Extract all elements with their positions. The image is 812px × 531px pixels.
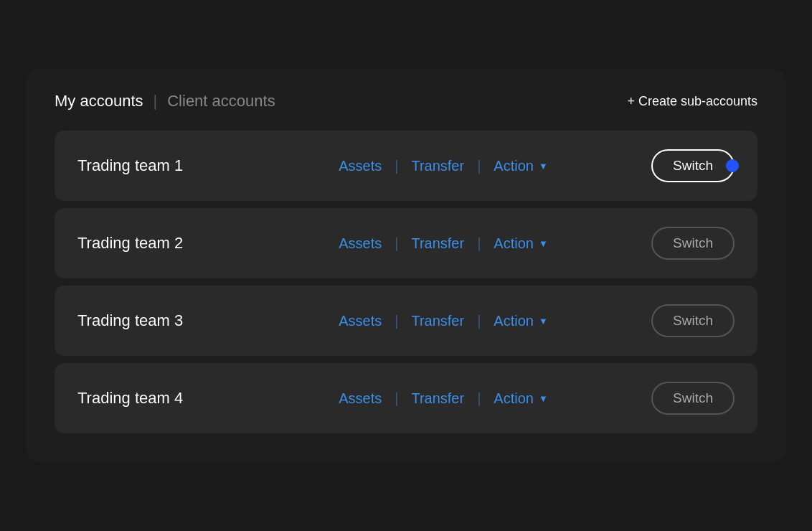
header-nav: My accounts | Client accounts <box>55 92 275 111</box>
nav-divider: | <box>154 92 158 111</box>
separator1-team4: | <box>395 390 398 407</box>
action-arrow-team1: ▼ <box>539 161 548 171</box>
action-arrow-team2: ▼ <box>539 238 548 249</box>
account-name-team4: Trading team 4 <box>77 389 235 408</box>
header: My accounts | Client accounts + Create s… <box>55 92 757 111</box>
action-label-team4: Action <box>494 390 534 407</box>
separator2-team3: | <box>477 313 481 329</box>
assets-link-team2[interactable]: Assets <box>339 235 382 252</box>
account-name-team3: Trading team 3 <box>77 311 235 330</box>
main-container: My accounts | Client accounts + Create s… <box>26 69 786 462</box>
account-row-team3: Trading team 3 Assets | Transfer | Actio… <box>55 286 757 356</box>
separator2-team4: | <box>477 390 481 407</box>
transfer-link-team4[interactable]: Transfer <box>411 390 464 407</box>
switch-wrapper-team3: Switch <box>651 304 735 337</box>
action-dropdown-team4[interactable]: Action ▼ <box>494 390 547 407</box>
separator1-team3: | <box>395 313 398 329</box>
account-row-team4: Trading team 4 Assets | Transfer | Actio… <box>55 363 757 433</box>
separator1-team1: | <box>395 158 398 174</box>
action-label-team2: Action <box>494 235 534 252</box>
account-actions-team2: Assets | Transfer | Action ▼ <box>235 235 651 252</box>
transfer-link-team3[interactable]: Transfer <box>411 313 464 329</box>
my-accounts-tab[interactable]: My accounts <box>55 92 143 111</box>
switch-wrapper-team4: Switch <box>651 382 735 415</box>
accounts-list: Trading team 1 Assets | Transfer | Actio… <box>55 131 757 433</box>
account-actions-team4: Assets | Transfer | Action ▼ <box>235 390 651 407</box>
switch-button-team1[interactable]: Switch <box>651 149 735 182</box>
account-row-team1: Trading team 1 Assets | Transfer | Actio… <box>55 131 757 201</box>
account-row-team2: Trading team 2 Assets | Transfer | Actio… <box>55 208 757 278</box>
create-sub-accounts-button[interactable]: + Create sub-accounts <box>627 94 757 109</box>
action-label-team1: Action <box>494 158 534 174</box>
switch-wrapper-team2: Switch <box>651 227 735 260</box>
switch-button-team3[interactable]: Switch <box>651 304 735 337</box>
separator2-team2: | <box>477 235 481 252</box>
action-dropdown-team1[interactable]: Action ▼ <box>494 158 547 174</box>
account-name-team1: Trading team 1 <box>77 156 235 175</box>
action-label-team3: Action <box>494 313 534 329</box>
active-indicator-team1 <box>726 159 739 172</box>
transfer-link-team2[interactable]: Transfer <box>411 235 464 252</box>
switch-button-team4[interactable]: Switch <box>651 382 735 415</box>
action-dropdown-team3[interactable]: Action ▼ <box>494 313 547 329</box>
assets-link-team1[interactable]: Assets <box>339 158 382 174</box>
account-actions-team3: Assets | Transfer | Action ▼ <box>235 313 651 329</box>
client-accounts-tab[interactable]: Client accounts <box>167 92 275 111</box>
assets-link-team3[interactable]: Assets <box>339 313 382 329</box>
transfer-link-team1[interactable]: Transfer <box>411 158 464 174</box>
separator2-team1: | <box>477 158 481 174</box>
assets-link-team4[interactable]: Assets <box>339 390 382 407</box>
switch-wrapper-team1: Switch <box>651 149 735 182</box>
separator1-team2: | <box>395 235 398 252</box>
switch-button-team2[interactable]: Switch <box>651 227 735 260</box>
account-actions-team1: Assets | Transfer | Action ▼ <box>235 158 651 174</box>
action-arrow-team4: ▼ <box>539 393 548 404</box>
action-dropdown-team2[interactable]: Action ▼ <box>494 235 547 252</box>
action-arrow-team3: ▼ <box>539 316 548 326</box>
account-name-team2: Trading team 2 <box>77 234 235 253</box>
